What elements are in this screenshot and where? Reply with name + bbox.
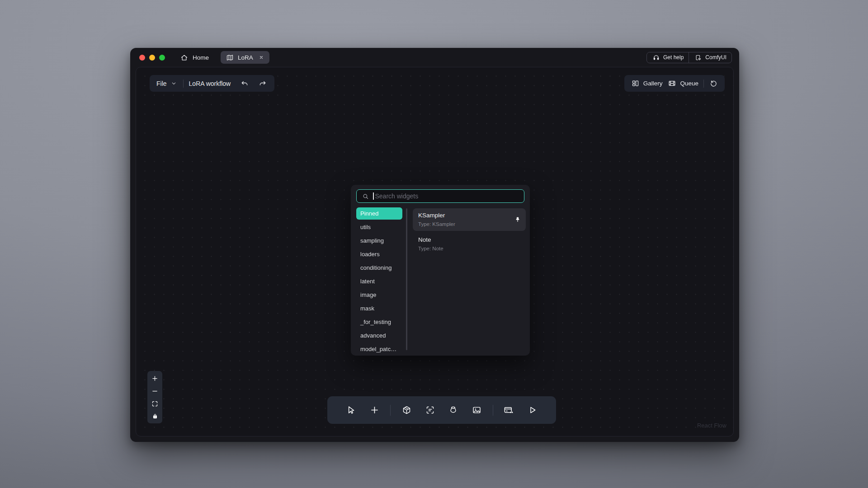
category-latent[interactable]: latent xyxy=(356,275,402,287)
search-input[interactable] xyxy=(375,192,520,200)
search-icon xyxy=(361,192,370,201)
category-for-testing[interactable]: _for_testing xyxy=(356,316,402,328)
search-box[interactable] xyxy=(356,189,524,203)
panel-toolbar-divider xyxy=(703,80,704,88)
workflow-canvas[interactable]: File LoRA workflow xyxy=(136,67,734,436)
tab-close-icon[interactable] xyxy=(257,53,265,61)
category-utils[interactable]: utils xyxy=(356,221,402,233)
menubar-divider xyxy=(183,80,184,88)
titlebar-right-group: Get help ComfyUI xyxy=(646,52,732,63)
headset-icon xyxy=(652,53,660,62)
queue-label: Queue xyxy=(680,80,698,87)
zoom-in-button[interactable] xyxy=(147,372,162,385)
category-pinned[interactable]: Pinned xyxy=(356,207,402,220)
run-button[interactable] xyxy=(524,403,540,418)
titlebar: Home LoRA xyxy=(130,48,739,67)
traffic-lights xyxy=(130,55,165,61)
tab-home-label: Home xyxy=(193,54,209,61)
chevron-down-icon xyxy=(170,80,178,87)
comfyui-label: ComfyUI xyxy=(705,54,726,61)
workflow-templates-button[interactable] xyxy=(422,403,438,418)
get-help-label: Get help xyxy=(663,54,684,61)
comfyui-window: Home LoRA xyxy=(130,48,739,442)
comfyui-menu-button[interactable]: ComfyUI xyxy=(689,52,731,63)
queue-icon xyxy=(667,79,677,88)
gallery-button[interactable]: Gallery xyxy=(631,79,663,88)
tab-lora[interactable]: LoRA xyxy=(221,51,269,64)
result-list: KSampler Type: KSampler Note Type: Note xyxy=(413,208,526,257)
queue-button[interactable]: Queue xyxy=(667,79,698,88)
category-list: Pinned utils sampling loaders conditioni… xyxy=(356,207,402,356)
react-flow-attribution[interactable]: React Flow xyxy=(697,422,726,429)
refresh-button[interactable] xyxy=(709,79,718,88)
window-close-button[interactable] xyxy=(139,55,145,61)
category-advanced[interactable]: advanced xyxy=(356,329,402,342)
panel-toolbar: Gallery Queue xyxy=(624,75,725,92)
workflow-menubar: File LoRA workflow xyxy=(150,75,274,92)
result-ksampler[interactable]: KSampler Type: KSampler xyxy=(413,208,526,231)
canvas-toolbar xyxy=(327,396,556,424)
view-controls xyxy=(147,371,162,423)
pin-icon[interactable] xyxy=(514,216,521,223)
category-sampling[interactable]: sampling xyxy=(356,235,402,247)
redo-button[interactable] xyxy=(258,79,268,89)
category-image[interactable]: image xyxy=(356,289,402,301)
comfyui-logo-icon xyxy=(694,53,703,62)
add-node-button[interactable] xyxy=(367,403,382,418)
select-tool-button[interactable] xyxy=(344,403,359,418)
node-library-button[interactable] xyxy=(399,403,414,418)
window-zoom-button[interactable] xyxy=(159,55,165,61)
category-conditioning[interactable]: conditioning xyxy=(356,262,402,274)
toolbar-divider xyxy=(493,405,493,416)
image-gallery-button[interactable] xyxy=(469,403,485,418)
workflow-title[interactable]: LoRA workflow xyxy=(189,80,231,87)
lock-interactivity-button[interactable] xyxy=(147,410,162,422)
tab-lora-label: LoRA xyxy=(238,54,253,61)
file-menu-button[interactable]: File xyxy=(156,80,178,87)
home-icon xyxy=(179,53,189,62)
file-menu-label: File xyxy=(156,80,167,87)
toolbar-divider xyxy=(390,405,391,416)
fit-view-button[interactable] xyxy=(147,397,162,410)
node-search-popup: Pinned utils sampling loaders conditioni… xyxy=(351,185,530,356)
category-model-patches[interactable]: model_patc… xyxy=(356,343,402,355)
model-library-button[interactable] xyxy=(446,403,461,418)
result-name: Note xyxy=(418,236,520,243)
zoom-out-button[interactable] xyxy=(147,385,162,397)
undo-button[interactable] xyxy=(240,79,250,89)
credits-warning-button[interactable] xyxy=(501,403,516,418)
result-note[interactable]: Note Type: Note xyxy=(413,233,526,255)
tab-home[interactable]: Home xyxy=(179,53,209,62)
category-loaders[interactable]: loaders xyxy=(356,248,402,260)
text-caret xyxy=(373,192,374,200)
map-icon xyxy=(225,53,235,62)
result-type: Type: Note xyxy=(418,246,520,251)
desktop-background: Home LoRA xyxy=(0,0,868,488)
category-scrollbar[interactable] xyxy=(406,208,407,350)
gallery-icon xyxy=(631,79,640,88)
result-name: KSampler xyxy=(418,212,520,219)
result-type: Type: KSampler xyxy=(418,221,520,227)
get-help-button[interactable]: Get help xyxy=(647,52,689,63)
window-minimize-button[interactable] xyxy=(149,55,155,61)
gallery-label: Gallery xyxy=(643,80,663,87)
category-mask[interactable]: mask xyxy=(356,302,402,314)
